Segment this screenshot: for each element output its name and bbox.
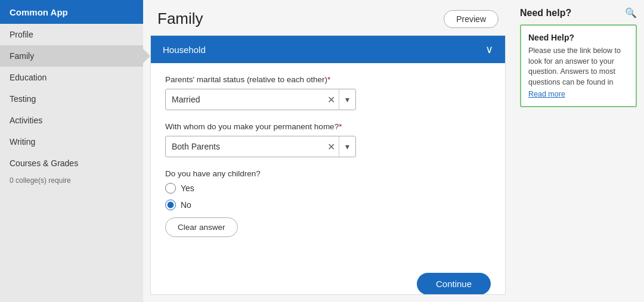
sidebar-label-testing: Testing — [10, 94, 36, 104]
preview-button[interactable]: Preview — [444, 10, 499, 28]
sidebar-label-courses: Courses & Grades — [10, 158, 78, 168]
children-label: Do you have any children? — [165, 169, 491, 178]
children-no-radio[interactable] — [165, 200, 176, 210]
page-header: Family Preview — [143, 0, 513, 35]
household-label: Household — [163, 45, 206, 55]
required-star-home: * — [339, 122, 342, 131]
permanent-home-field: With whom do you make your permanent hom… — [165, 122, 491, 157]
permanent-home-select[interactable]: Both Parents ✕ ▾ — [165, 136, 356, 157]
marital-status-field: Parents' marital status (relative to eac… — [165, 75, 491, 110]
sidebar-item-education[interactable]: Education — [0, 67, 143, 88]
form-area: Household ∨ Parents' marital status (rel… — [150, 35, 506, 295]
clear-answer-button[interactable]: Clear answer — [165, 217, 238, 237]
children-yes-label: Yes — [181, 183, 194, 193]
marital-status-select[interactable]: Married ✕ ▾ — [165, 89, 356, 110]
sidebar-item-activities[interactable]: Activities — [0, 110, 143, 131]
search-icon[interactable]: 🔍 — [625, 7, 637, 18]
sidebar-item-courses[interactable]: Courses & Grades — [0, 152, 143, 174]
chevron-down-icon: ∨ — [485, 43, 493, 56]
children-radio-group: Yes No — [165, 183, 491, 210]
help-box: Need Help? Please use the link below to … — [520, 24, 637, 107]
sidebar-item-writing[interactable]: Writing — [0, 131, 143, 152]
form-body: Parents' marital status (relative to eac… — [151, 63, 505, 261]
courses-sub-text: 0 college(s) require — [0, 174, 143, 186]
permanent-home-clear-icon[interactable]: ✕ — [324, 141, 339, 152]
help-title: Need help? — [520, 8, 571, 18]
help-header: Need help? 🔍 — [520, 7, 637, 18]
sidebar-item-testing[interactable]: Testing — [0, 88, 143, 110]
marital-status-label: Parents' marital status (relative to eac… — [165, 75, 491, 84]
marital-status-value: Married — [166, 95, 324, 104]
continue-button[interactable]: Continue — [417, 273, 491, 295]
sidebar-label-education: Education — [10, 73, 47, 82]
sidebar-item-profile[interactable]: Profile — [0, 24, 143, 45]
children-yes-radio[interactable] — [165, 183, 176, 194]
help-read-more-link[interactable]: Read more — [528, 90, 565, 98]
household-section-header[interactable]: Household ∨ — [151, 36, 505, 63]
sidebar-app-name: Common App — [10, 7, 68, 17]
help-box-title: Need Help? — [528, 33, 628, 42]
children-yes-option[interactable]: Yes — [165, 183, 491, 194]
sidebar-label-writing: Writing — [10, 137, 35, 147]
sidebar: Common App Profile Family Education Test… — [0, 0, 143, 302]
page-title: Family — [157, 10, 203, 28]
permanent-home-label: With whom do you make your permanent hom… — [165, 122, 491, 131]
help-box-text: Please use the link below to look for an… — [528, 46, 628, 88]
permanent-home-dropdown-icon[interactable]: ▾ — [339, 136, 355, 157]
sidebar-label-activities: Activities — [10, 116, 42, 125]
marital-status-clear-icon[interactable]: ✕ — [324, 94, 339, 105]
sidebar-label-family: Family — [10, 51, 34, 61]
permanent-home-value: Both Parents — [166, 142, 324, 151]
right-panel: Need help? 🔍 Need Help? Please use the l… — [513, 0, 644, 302]
sidebar-label-profile: Profile — [10, 30, 33, 39]
children-no-option[interactable]: No — [165, 200, 491, 210]
marital-status-dropdown-icon[interactable]: ▾ — [339, 89, 355, 110]
sidebar-item-family[interactable]: Family — [0, 45, 143, 67]
sidebar-header: Common App — [0, 0, 143, 24]
main-content: Family Preview Household ∨ Parents' mari… — [143, 0, 513, 302]
children-field: Do you have any children? Yes No Clear a… — [165, 169, 491, 237]
children-no-label: No — [181, 200, 191, 210]
required-star-marital: * — [327, 75, 330, 84]
